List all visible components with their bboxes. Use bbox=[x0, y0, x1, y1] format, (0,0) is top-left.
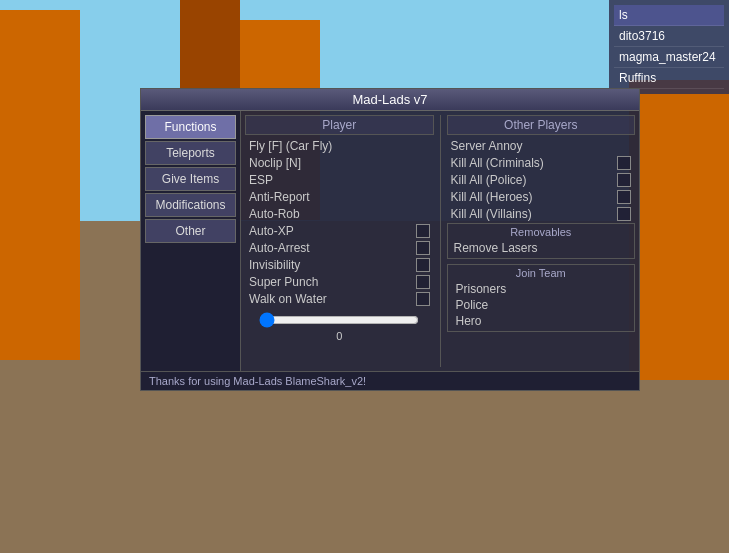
fly-item[interactable]: Fly [F] (Car Fly) bbox=[245, 138, 434, 154]
sidebar: Functions Teleports Give Items Modificat… bbox=[141, 111, 241, 371]
auto-xp-label: Auto-XP bbox=[249, 224, 294, 238]
noclip-label: Noclip [N] bbox=[249, 156, 301, 170]
footer-text: Thanks for using Mad-Lads BlameShark_v2! bbox=[149, 375, 366, 387]
auto-xp-item[interactable]: Auto-XP bbox=[245, 223, 434, 239]
kill-criminals-item[interactable]: Kill All (Criminals) bbox=[447, 155, 636, 171]
player-item: Ruffins bbox=[614, 68, 724, 89]
sidebar-item-functions[interactable]: Functions bbox=[145, 115, 236, 139]
menu-body: Functions Teleports Give Items Modificat… bbox=[141, 111, 639, 371]
auto-arrest-checkbox[interactable] bbox=[416, 241, 430, 255]
super-punch-checkbox[interactable] bbox=[416, 275, 430, 289]
menu-title: Mad-Lads v7 bbox=[352, 92, 427, 107]
invisibility-checkbox[interactable] bbox=[416, 258, 430, 272]
panel-divider bbox=[440, 115, 441, 367]
remove-lasers-item[interactable]: Remove Lasers bbox=[450, 240, 633, 256]
kill-heroes-label: Kill All (Heroes) bbox=[451, 190, 533, 204]
join-prisoners-label: Prisoners bbox=[456, 282, 507, 296]
other-players-header: Other Players bbox=[447, 115, 636, 135]
menu-title-bar: Mad-Lads v7 bbox=[141, 89, 639, 111]
sidebar-item-other[interactable]: Other bbox=[145, 219, 236, 243]
auto-rob-label: Auto-Rob bbox=[249, 207, 300, 221]
join-police-item[interactable]: Police bbox=[452, 297, 631, 313]
kill-villains-label: Kill All (Villains) bbox=[451, 207, 532, 221]
sidebar-item-teleports[interactable]: Teleports bbox=[145, 141, 236, 165]
auto-arrest-label: Auto-Arrest bbox=[249, 241, 310, 255]
invisibility-item[interactable]: Invisibility bbox=[245, 257, 434, 273]
walk-on-water-label: Walk on Water bbox=[249, 292, 327, 306]
join-hero-label: Hero bbox=[456, 314, 482, 328]
esp-item[interactable]: ESP bbox=[245, 172, 434, 188]
kill-villains-checkbox[interactable] bbox=[617, 207, 631, 221]
anti-report-item[interactable]: Anti-Report bbox=[245, 189, 434, 205]
server-annoy-label: Server Annoy bbox=[451, 139, 523, 153]
player-item: dito3716 bbox=[614, 26, 724, 47]
sidebar-item-give-items[interactable]: Give Items bbox=[145, 167, 236, 191]
auto-rob-item[interactable]: Auto-Rob bbox=[245, 206, 434, 222]
player-item: magma_master24 bbox=[614, 47, 724, 68]
join-hero-item[interactable]: Hero bbox=[452, 313, 631, 329]
kill-police-checkbox[interactable] bbox=[617, 173, 631, 187]
speed-section: 0 bbox=[245, 308, 434, 346]
player-item: ls bbox=[614, 5, 724, 26]
removables-header: Removables bbox=[450, 226, 633, 238]
anti-report-label: Anti-Report bbox=[249, 190, 310, 204]
auto-xp-checkbox[interactable] bbox=[416, 224, 430, 238]
join-team-header: Join Team bbox=[452, 267, 631, 279]
noclip-item[interactable]: Noclip [N] bbox=[245, 155, 434, 171]
fly-label: Fly [F] (Car Fly) bbox=[249, 139, 332, 153]
kill-heroes-checkbox[interactable] bbox=[617, 190, 631, 204]
join-team-section: Join Team Prisoners Police Hero bbox=[447, 264, 636, 332]
building-decoration bbox=[0, 10, 80, 360]
invisibility-label: Invisibility bbox=[249, 258, 300, 272]
player-panel: Player Fly [F] (Car Fly) Noclip [N] ESP … bbox=[245, 115, 434, 367]
kill-police-item[interactable]: Kill All (Police) bbox=[447, 172, 636, 188]
super-punch-label: Super Punch bbox=[249, 275, 318, 289]
building-decoration bbox=[629, 80, 729, 380]
walk-on-water-item[interactable]: Walk on Water bbox=[245, 291, 434, 307]
server-annoy-item[interactable]: Server Annoy bbox=[447, 138, 636, 154]
join-police-label: Police bbox=[456, 298, 489, 312]
speed-slider[interactable] bbox=[259, 312, 419, 328]
kill-criminals-label: Kill All (Criminals) bbox=[451, 156, 544, 170]
walk-on-water-checkbox[interactable] bbox=[416, 292, 430, 306]
kill-police-label: Kill All (Police) bbox=[451, 173, 527, 187]
esp-label: ESP bbox=[249, 173, 273, 187]
kill-villains-item[interactable]: Kill All (Villains) bbox=[447, 206, 636, 222]
content-area: Player Fly [F] (Car Fly) Noclip [N] ESP … bbox=[241, 111, 639, 371]
remove-lasers-label: Remove Lasers bbox=[454, 241, 538, 255]
menu-window: Mad-Lads v7 Functions Teleports Give Ite… bbox=[140, 88, 640, 391]
kill-heroes-item[interactable]: Kill All (Heroes) bbox=[447, 189, 636, 205]
menu-footer: Thanks for using Mad-Lads BlameShark_v2! bbox=[141, 371, 639, 390]
player-panel-header: Player bbox=[245, 115, 434, 135]
auto-arrest-item[interactable]: Auto-Arrest bbox=[245, 240, 434, 256]
join-prisoners-item[interactable]: Prisoners bbox=[452, 281, 631, 297]
speed-value: 0 bbox=[336, 330, 342, 342]
other-players-panel: Other Players Server Annoy Kill All (Cri… bbox=[447, 115, 636, 367]
removables-section: Removables Remove Lasers bbox=[447, 223, 636, 259]
sidebar-item-modifications[interactable]: Modifications bbox=[145, 193, 236, 217]
player-list: ls dito3716 magma_master24 Ruffins bbox=[609, 0, 729, 94]
super-punch-item[interactable]: Super Punch bbox=[245, 274, 434, 290]
kill-criminals-checkbox[interactable] bbox=[617, 156, 631, 170]
